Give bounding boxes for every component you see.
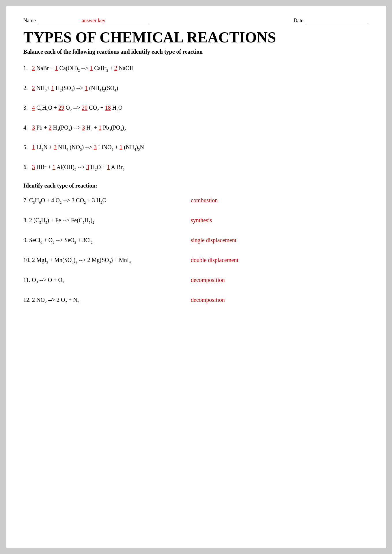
coeff-1-3: 1 (90, 65, 93, 71)
reaction-type-9: single displacement (191, 237, 236, 244)
identify-8-equation: 8. 2 (C5H5) + Fe --> Fe(C5H5)2 (23, 217, 185, 225)
coeff-6-3: 3 (86, 164, 89, 170)
reaction-type-11: decomposition (191, 277, 225, 283)
coeff-2-1: 2 (32, 85, 35, 91)
coeff-5-1: 1 (32, 144, 35, 150)
problem-2-number: 2. (23, 84, 32, 92)
coeff-4-3: 3 (82, 124, 85, 131)
coeff-4-4: 1 (99, 124, 102, 131)
answer-key-text: answer key (82, 18, 105, 23)
coeff-3-1: 4 (32, 104, 35, 111)
identify-problem-10: 10. 2 MgI2 + Mn(SO3)2 --> 2 Mg(SO3) + Mn… (23, 257, 369, 265)
identify-header: Identify each type of reaction: (23, 182, 369, 189)
reaction-type-7: combustion (191, 197, 218, 204)
date-label: Date (294, 18, 303, 24)
problem-5: 5. 1 Li3N + 3 NH4 (NO3) --> 3 LiNO3 + 1 … (23, 143, 369, 152)
identify-12-equation: 12. 2 NO2 --> 2 O2 + N2 (23, 297, 185, 304)
coeff-1-4: 2 (114, 65, 117, 71)
problem-1: 1. 2 NaBr + 1 Ca(OH)2 --> 1 CaBr2 + 2 Na… (23, 64, 369, 73)
coeff-2-2: 1 (51, 85, 54, 91)
main-title: TYPES OF CHEMICAL REACTIONS (23, 29, 369, 46)
coeff-5-4: 1 (120, 144, 122, 150)
coeff-3-4: 18 (105, 104, 111, 111)
identify-10-equation: 10. 2 MgI2 + Mn(SO3)2 --> 2 Mg(SO3) + Mn… (23, 257, 185, 265)
coeff-3-3: 20 (82, 104, 87, 111)
coeff-4-2: 2 (48, 124, 51, 131)
reaction-type-12: decomposition (191, 297, 225, 303)
coeff-2-3: 1 (85, 85, 88, 91)
subtitle: Balance each of the following reactions … (23, 48, 369, 55)
problem-4: 4. 3 Pb + 2 H3(PO4) --> 3 H2 + 1 Pb3(PO4… (23, 123, 369, 133)
problem-5-equation: 1 Li3N + 3 NH4 (NO3) --> 3 LiNO3 + 1 (NH… (32, 143, 144, 152)
problem-5-number: 5. (23, 143, 32, 151)
answer-key-underline: answer key (39, 18, 148, 24)
problem-2: 2. 2 NH3+ 1 H2(SO4) --> 1 (NH4)2(SO4) (23, 84, 369, 93)
header: Name answer key Date (23, 18, 369, 24)
problem-3-equation: 4 C5H9O + 29 O2 --> 20 CO2 + 18 H2O (32, 103, 122, 113)
name-section: Name answer key (23, 18, 148, 24)
identify-11-equation: 11. O3 --> O + O2 (23, 277, 185, 285)
coeff-5-3: 3 (94, 144, 97, 150)
date-underline (305, 18, 369, 24)
coeff-4-1: 3 (32, 124, 35, 131)
coeff-1-2: 1 (55, 65, 58, 71)
coeff-6-1: 3 (32, 164, 35, 170)
problem-2-equation: 2 NH3+ 1 H2(SO4) --> 1 (NH4)2(SO4) (32, 84, 118, 93)
coeff-5-2: 3 (54, 144, 57, 150)
coeff-6-4: 1 (107, 164, 110, 170)
coeff-1-1: 2 (32, 65, 35, 71)
problem-6-equation: 3 HBr + 1 Al(OH)3 --> 3 H2O + 1 AlBr3 (32, 163, 124, 172)
page: Name answer key Date TYPES OF CHEMICAL R… (6, 6, 386, 548)
identify-problem-7: 7. C3H6O + 4 O2 --> 3 CO2 + 3 H2O combus… (23, 197, 369, 205)
name-label: Name (23, 18, 36, 24)
problem-4-equation: 3 Pb + 2 H3(PO4) --> 3 H2 + 1 Pb3(PO4)2 (32, 123, 126, 133)
identify-problem-12: 12. 2 NO2 --> 2 O2 + N2 decomposition (23, 297, 369, 304)
date-section: Date (294, 18, 369, 24)
reaction-type-8: synthesis (191, 217, 212, 224)
problem-1-equation: 2 NaBr + 1 Ca(OH)2 --> 1 CaBr2 + 2 NaOH (32, 64, 134, 73)
problem-4-number: 4. (23, 123, 32, 132)
problem-3: 3. 4 C5H9O + 29 O2 --> 20 CO2 + 18 H2O (23, 103, 369, 113)
problem-6: 6. 3 HBr + 1 Al(OH)3 --> 3 H2O + 1 AlBr3 (23, 163, 369, 172)
identify-problem-11: 11. O3 --> O + O2 decomposition (23, 277, 369, 285)
coeff-6-2: 1 (53, 164, 55, 170)
identify-7-equation: 7. C3H6O + 4 O2 --> 3 CO2 + 3 H2O (23, 197, 185, 205)
identify-problem-9: 9. SeCl6 + O2 --> SeO2 + 3Cl2 single dis… (23, 237, 369, 245)
problem-6-number: 6. (23, 163, 32, 171)
problem-3-number: 3. (23, 103, 32, 112)
coeff-3-2: 29 (59, 104, 64, 111)
problem-1-number: 1. (23, 64, 32, 72)
reaction-type-10: double displacement (191, 257, 238, 263)
identify-9-equation: 9. SeCl6 + O2 --> SeO2 + 3Cl2 (23, 237, 185, 245)
identify-problem-8: 8. 2 (C5H5) + Fe --> Fe(C5H5)2 synthesis (23, 217, 369, 225)
